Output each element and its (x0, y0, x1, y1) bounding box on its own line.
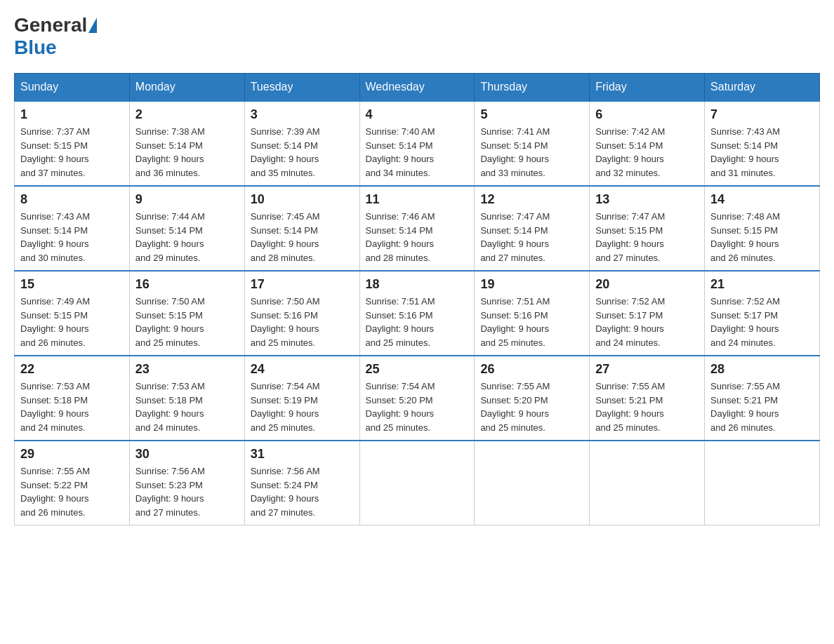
calendar-cell: 24 Sunrise: 7:54 AM Sunset: 5:19 PM Dayl… (244, 356, 359, 441)
calendar-cell (590, 441, 705, 525)
day-number: 17 (251, 277, 354, 292)
day-number: 13 (595, 192, 699, 207)
calendar-cell (359, 441, 475, 525)
calendar-cell: 20 Sunrise: 7:52 AM Sunset: 5:17 PM Dayl… (590, 271, 705, 356)
day-info: Sunrise: 7:48 AM Sunset: 5:15 PM Dayligh… (710, 210, 814, 264)
day-info: Sunrise: 7:44 AM Sunset: 5:14 PM Dayligh… (135, 210, 239, 264)
logo-triangle-icon (88, 18, 97, 33)
week-row-3: 15 Sunrise: 7:49 AM Sunset: 5:15 PM Dayl… (15, 271, 820, 356)
day-info: Sunrise: 7:42 AM Sunset: 5:14 PM Dayligh… (595, 125, 699, 180)
calendar-cell: 18 Sunrise: 7:51 AM Sunset: 5:16 PM Dayl… (359, 271, 475, 356)
calendar-cell: 17 Sunrise: 7:50 AM Sunset: 5:16 PM Dayl… (244, 271, 359, 356)
calendar-cell: 28 Sunrise: 7:55 AM Sunset: 5:21 PM Dayl… (705, 356, 820, 441)
day-info: Sunrise: 7:53 AM Sunset: 5:18 PM Dayligh… (20, 380, 124, 434)
calendar-header-row: SundayMondayTuesdayWednesdayThursdayFrid… (15, 74, 820, 102)
day-header-tuesday: Tuesday (244, 74, 359, 102)
day-number: 21 (710, 277, 814, 292)
day-number: 12 (480, 192, 583, 207)
calendar-cell: 11 Sunrise: 7:46 AM Sunset: 5:14 PM Dayl… (359, 186, 475, 271)
day-number: 25 (366, 362, 469, 377)
day-header-sunday: Sunday (15, 74, 130, 102)
logo-blue-text: Blue (14, 36, 57, 58)
calendar-cell: 22 Sunrise: 7:53 AM Sunset: 5:18 PM Dayl… (15, 356, 130, 441)
logo: General Blue (14, 14, 98, 59)
day-header-monday: Monday (129, 74, 244, 102)
calendar-cell: 30 Sunrise: 7:56 AM Sunset: 5:23 PM Dayl… (129, 441, 244, 525)
calendar-cell: 23 Sunrise: 7:53 AM Sunset: 5:18 PM Dayl… (129, 356, 244, 441)
day-number: 11 (366, 192, 469, 207)
day-info: Sunrise: 7:37 AM Sunset: 5:15 PM Dayligh… (20, 125, 124, 180)
day-info: Sunrise: 7:45 AM Sunset: 5:14 PM Dayligh… (251, 210, 354, 264)
day-number: 20 (595, 277, 699, 292)
day-number: 8 (20, 192, 124, 207)
day-number: 30 (135, 447, 239, 462)
calendar-cell: 15 Sunrise: 7:49 AM Sunset: 5:15 PM Dayl… (15, 271, 130, 356)
day-number: 3 (251, 107, 354, 122)
day-info: Sunrise: 7:46 AM Sunset: 5:14 PM Dayligh… (366, 210, 469, 264)
day-number: 9 (135, 192, 239, 207)
day-info: Sunrise: 7:56 AM Sunset: 5:23 PM Dayligh… (135, 464, 239, 519)
logo-general-text: General (14, 14, 87, 36)
day-number: 29 (20, 447, 124, 462)
day-info: Sunrise: 7:47 AM Sunset: 5:14 PM Dayligh… (480, 210, 583, 264)
day-info: Sunrise: 7:55 AM Sunset: 5:20 PM Dayligh… (480, 380, 583, 434)
calendar-cell: 31 Sunrise: 7:56 AM Sunset: 5:24 PM Dayl… (244, 441, 359, 525)
day-number: 7 (710, 107, 814, 122)
calendar-cell: 21 Sunrise: 7:52 AM Sunset: 5:17 PM Dayl… (705, 271, 820, 356)
day-header-friday: Friday (590, 74, 705, 102)
day-header-thursday: Thursday (475, 74, 590, 102)
day-number: 5 (480, 107, 583, 122)
day-number: 16 (135, 277, 239, 292)
day-info: Sunrise: 7:51 AM Sunset: 5:16 PM Dayligh… (366, 295, 469, 349)
calendar-cell: 29 Sunrise: 7:55 AM Sunset: 5:22 PM Dayl… (15, 441, 130, 525)
calendar-cell: 2 Sunrise: 7:38 AM Sunset: 5:14 PM Dayli… (129, 101, 244, 186)
day-info: Sunrise: 7:47 AM Sunset: 5:15 PM Dayligh… (595, 210, 699, 264)
day-number: 22 (20, 362, 124, 377)
day-number: 2 (135, 107, 239, 122)
day-info: Sunrise: 7:40 AM Sunset: 5:14 PM Dayligh… (366, 125, 469, 180)
calendar-cell: 9 Sunrise: 7:44 AM Sunset: 5:14 PM Dayli… (129, 186, 244, 271)
calendar-cell: 12 Sunrise: 7:47 AM Sunset: 5:14 PM Dayl… (475, 186, 590, 271)
calendar-cell (705, 441, 820, 525)
day-info: Sunrise: 7:55 AM Sunset: 5:22 PM Dayligh… (20, 464, 124, 519)
calendar-cell: 25 Sunrise: 7:54 AM Sunset: 5:20 PM Dayl… (359, 356, 475, 441)
day-info: Sunrise: 7:54 AM Sunset: 5:19 PM Dayligh… (251, 380, 354, 434)
calendar-cell: 1 Sunrise: 7:37 AM Sunset: 5:15 PM Dayli… (15, 101, 130, 186)
day-info: Sunrise: 7:56 AM Sunset: 5:24 PM Dayligh… (251, 464, 354, 519)
day-info: Sunrise: 7:41 AM Sunset: 5:14 PM Dayligh… (480, 125, 583, 180)
day-info: Sunrise: 7:55 AM Sunset: 5:21 PM Dayligh… (710, 380, 814, 434)
day-info: Sunrise: 7:50 AM Sunset: 5:16 PM Dayligh… (251, 295, 354, 349)
day-header-wednesday: Wednesday (359, 74, 475, 102)
day-number: 23 (135, 362, 239, 377)
week-row-4: 22 Sunrise: 7:53 AM Sunset: 5:18 PM Dayl… (15, 356, 820, 441)
day-info: Sunrise: 7:52 AM Sunset: 5:17 PM Dayligh… (595, 295, 699, 349)
calendar-cell (475, 441, 590, 525)
calendar-cell: 4 Sunrise: 7:40 AM Sunset: 5:14 PM Dayli… (359, 101, 475, 186)
calendar-cell: 13 Sunrise: 7:47 AM Sunset: 5:15 PM Dayl… (590, 186, 705, 271)
day-number: 14 (710, 192, 814, 207)
week-row-1: 1 Sunrise: 7:37 AM Sunset: 5:15 PM Dayli… (15, 101, 820, 186)
calendar-cell: 16 Sunrise: 7:50 AM Sunset: 5:15 PM Dayl… (129, 271, 244, 356)
day-number: 31 (251, 447, 354, 462)
day-number: 6 (595, 107, 699, 122)
week-row-2: 8 Sunrise: 7:43 AM Sunset: 5:14 PM Dayli… (15, 186, 820, 271)
day-number: 1 (20, 107, 124, 122)
day-info: Sunrise: 7:54 AM Sunset: 5:20 PM Dayligh… (366, 380, 469, 434)
day-info: Sunrise: 7:53 AM Sunset: 5:18 PM Dayligh… (135, 380, 239, 434)
day-number: 18 (366, 277, 469, 292)
calendar-cell: 7 Sunrise: 7:43 AM Sunset: 5:14 PM Dayli… (705, 101, 820, 186)
day-info: Sunrise: 7:51 AM Sunset: 5:16 PM Dayligh… (480, 295, 583, 349)
day-info: Sunrise: 7:43 AM Sunset: 5:14 PM Dayligh… (20, 210, 124, 264)
day-number: 4 (366, 107, 469, 122)
calendar-cell: 5 Sunrise: 7:41 AM Sunset: 5:14 PM Dayli… (475, 101, 590, 186)
calendar-cell: 6 Sunrise: 7:42 AM Sunset: 5:14 PM Dayli… (590, 101, 705, 186)
day-info: Sunrise: 7:55 AM Sunset: 5:21 PM Dayligh… (595, 380, 699, 434)
calendar-cell: 8 Sunrise: 7:43 AM Sunset: 5:14 PM Dayli… (15, 186, 130, 271)
calendar-cell: 10 Sunrise: 7:45 AM Sunset: 5:14 PM Dayl… (244, 186, 359, 271)
calendar-cell: 14 Sunrise: 7:48 AM Sunset: 5:15 PM Dayl… (705, 186, 820, 271)
calendar-cell: 19 Sunrise: 7:51 AM Sunset: 5:16 PM Dayl… (475, 271, 590, 356)
day-number: 24 (251, 362, 354, 377)
calendar-cell: 27 Sunrise: 7:55 AM Sunset: 5:21 PM Dayl… (590, 356, 705, 441)
day-number: 10 (251, 192, 354, 207)
day-number: 27 (595, 362, 699, 377)
